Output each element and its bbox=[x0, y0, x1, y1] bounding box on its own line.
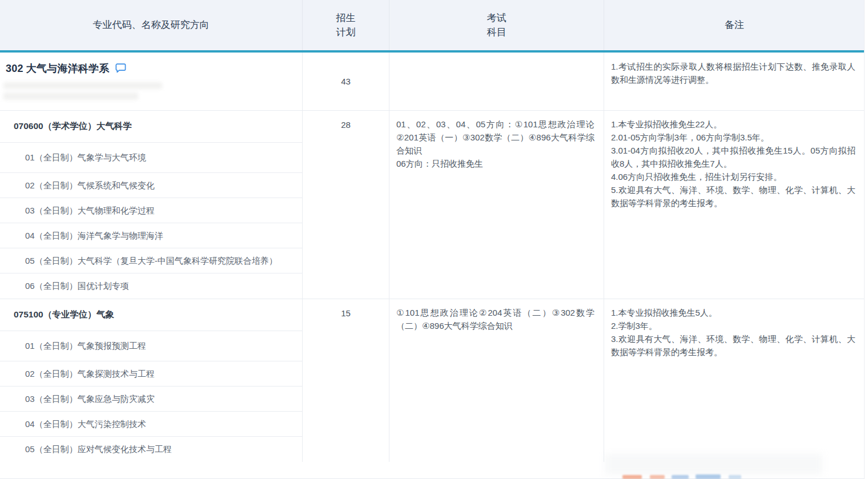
remarks-text: 2.01-05方向学制3年，06方向学制3.5年。 bbox=[611, 131, 855, 144]
comment-bubble-icon[interactable] bbox=[115, 63, 126, 74]
exam-subjects-text: 01、02、03、04、05方向：①101思想政治理论②201英语（一）③302… bbox=[396, 118, 594, 157]
program-group: 070600（学术学位）大气科学01（全日制）气象学与大气环境02（全日制）气候… bbox=[0, 111, 864, 299]
direction-row: 03（全日制）气象应急与防灾减灾 bbox=[0, 387, 302, 412]
exam-subjects-label-line1: 考试 bbox=[487, 11, 507, 26]
admissions-table: 专业代码、名称及研究方向 招生 计划 考试 科目 备注 302 大气与海洋科学系 bbox=[0, 0, 865, 479]
program-enrollment-plan-cell: 28 bbox=[303, 111, 389, 299]
program-title: 075100（专业学位）气象 bbox=[0, 299, 302, 331]
department-enrollment-plan-cell: 43 bbox=[303, 53, 389, 110]
enrollment-plan-label-line1: 招生 bbox=[336, 11, 356, 26]
enrollment-plan-value: 15 bbox=[341, 308, 351, 318]
column-header-enrollment-plan: 招生 计划 bbox=[303, 0, 389, 50]
direction-row: 06（全日制）国优计划专项 bbox=[0, 273, 302, 299]
program-remarks-cell: 1.本专业拟招收推免生22人。2.01-05方向学制3年，06方向学制3.5年。… bbox=[604, 111, 865, 299]
direction-row: 04（全日制）大气污染控制技术 bbox=[0, 412, 302, 437]
remarks-text: 2.学制3年。 bbox=[611, 319, 855, 332]
direction-row: 01（全日制）气象预报预测工程 bbox=[0, 331, 302, 361]
remarks-text: 4.06方向只招收推免生，招生计划另行安排。 bbox=[611, 170, 855, 183]
column-header-remarks: 备注 bbox=[604, 0, 865, 50]
direction-row: 03（全日制）大气物理和化学过程 bbox=[0, 198, 302, 223]
remarks-text: 5.欢迎具有大气、海洋、环境、数学、物理、化学、计算机、大数据等学科背景的考生报… bbox=[611, 183, 855, 210]
remarks-text: 1.本专业拟招收推免生22人。 bbox=[611, 118, 855, 131]
exam-subjects-text: ①101思想政治理论②204英语（二）③302数学（二）④896大气科学综合知识 bbox=[396, 306, 594, 332]
department-row: 302 大气与海洋科学系 43 1.考试招生的实际录取人数将根据招生计划下达数、… bbox=[0, 53, 864, 111]
direction-row: 05（全日制）大气科学（复旦大学-中国气象科学研究院联合培养） bbox=[0, 248, 302, 273]
table-header-row: 专业代码、名称及研究方向 招生 计划 考试 科目 备注 bbox=[0, 0, 864, 53]
program-title: 070600（学术学位）大气科学 bbox=[0, 111, 302, 143]
direction-row: 01（全日制）气象学与大气环境 bbox=[0, 143, 302, 173]
program-exam-subjects-cell: ①101思想政治理论②204英语（二）③302数学（二）④896大气科学综合知识 bbox=[389, 299, 604, 462]
column-header-exam-subjects: 考试 科目 bbox=[389, 0, 604, 50]
redacted-blur-text bbox=[3, 82, 169, 103]
remarks-text: 3.01-04方向拟招收20人，其中拟招收推免生15人。05方向拟招收8人，其中… bbox=[611, 144, 855, 170]
exam-subjects-text: 06方向：只招收推免生 bbox=[396, 157, 594, 170]
remarks-text: 1.考试招生的实际录取人数将根据招生计划下达数、推免录取人数和生源情况等进行调整… bbox=[611, 60, 855, 86]
department-remarks-cell: 1.考试招生的实际录取人数将根据招生计划下达数、推免录取人数和生源情况等进行调整… bbox=[604, 53, 865, 110]
enrollment-plan-value: 28 bbox=[341, 120, 351, 130]
program-groups: 070600（学术学位）大气科学01（全日制）气象学与大气环境02（全日制）气候… bbox=[0, 111, 864, 462]
enrollment-plan-value: 43 bbox=[341, 77, 351, 86]
direction-row: 02（全日制）气候系统和气候变化 bbox=[0, 173, 302, 198]
program-directions-cell: 075100（专业学位）气象01（全日制）气象预报预测工程02（全日制）气象探测… bbox=[0, 299, 303, 462]
program-directions-cell: 070600（学术学位）大气科学01（全日制）气象学与大气环境02（全日制）气候… bbox=[0, 111, 303, 299]
program-enrollment-plan-cell: 15 bbox=[303, 299, 389, 462]
enrollment-plan-label-line2: 计划 bbox=[336, 25, 356, 40]
watermark bbox=[617, 472, 765, 479]
department-name-cell: 302 大气与海洋科学系 bbox=[0, 53, 303, 110]
exam-subjects-label-line2: 科目 bbox=[487, 25, 507, 40]
program-exam-subjects-cell: 01、02、03、04、05方向：①101思想政治理论②201英语（一）③302… bbox=[389, 111, 604, 299]
program-remarks-cell: 1.本专业拟招收推免生5人。2.学制3年。3.欢迎具有大气、海洋、环境、数学、物… bbox=[604, 299, 865, 462]
remarks-text: 1.本专业拟招收推免生5人。 bbox=[611, 306, 855, 319]
department-exam-cell bbox=[389, 53, 604, 110]
program-group: 075100（专业学位）气象01（全日制）气象预报预测工程02（全日制）气象探测… bbox=[0, 299, 864, 462]
department-title: 302 大气与海洋科学系 bbox=[6, 62, 109, 75]
column-header-major: 专业代码、名称及研究方向 bbox=[0, 0, 303, 50]
direction-row: 05（全日制）应对气候变化技术与工程 bbox=[0, 437, 302, 462]
remarks-text: 3.欢迎具有大气、海洋、环境、数学、物理、化学、计算机、大数据等学科背景的考生报… bbox=[611, 332, 855, 359]
direction-row: 04（全日制）海洋气象学与物理海洋 bbox=[0, 223, 302, 248]
column-header-major-label: 专业代码、名称及研究方向 bbox=[93, 18, 210, 33]
direction-row: 02（全日制）气象探测技术与工程 bbox=[0, 361, 302, 387]
remarks-label: 备注 bbox=[725, 18, 744, 33]
